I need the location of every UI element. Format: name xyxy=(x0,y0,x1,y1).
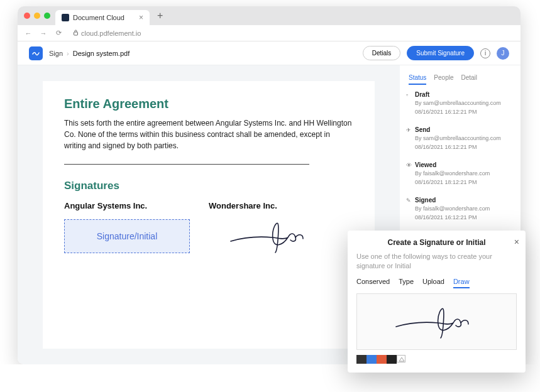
close-window-icon[interactable] xyxy=(24,13,30,19)
color-picker-button[interactable] xyxy=(397,355,405,362)
info-icon[interactable]: i xyxy=(480,48,490,58)
svg-rect-0 xyxy=(74,32,78,35)
sidebar-tabs: Status People Detail xyxy=(409,74,512,85)
tab-draw[interactable]: Draw xyxy=(453,278,470,288)
timeline-by: By faisalk@wondershare.com xyxy=(415,205,512,214)
signed-icon: ✎ xyxy=(406,197,411,204)
tab-upload[interactable]: Upload xyxy=(422,278,444,288)
app-header: Sign › Design system.pdf Detials Submit … xyxy=(18,41,521,65)
back-icon[interactable]: ← xyxy=(24,30,33,37)
signature-drawn xyxy=(209,219,334,253)
tab-status[interactable]: Status xyxy=(409,74,426,85)
timeline-item: 👁 Viewed By faisalk@wondershare.com 08/1… xyxy=(409,161,512,187)
color-swatches xyxy=(356,355,517,364)
tab-title: Document Cloud xyxy=(73,14,124,21)
tab-close-icon[interactable]: × xyxy=(139,13,143,22)
url-field[interactable]: cloud.pdfelement.io xyxy=(73,30,141,37)
minimize-window-icon[interactable] xyxy=(34,13,40,19)
divider xyxy=(64,164,309,165)
breadcrumb-item[interactable]: Sign xyxy=(49,50,63,57)
signature-field[interactable]: Signature/Initial xyxy=(64,219,190,253)
breadcrumb: Sign › Design system.pdf xyxy=(49,50,129,57)
browser-tab[interactable]: Document Cloud × xyxy=(55,10,150,25)
timeline-title: Send xyxy=(415,126,512,133)
timeline-by: By sam@umbrellaaccounting.com xyxy=(415,99,512,108)
traffic-lights[interactable] xyxy=(24,13,50,19)
tab-detail[interactable]: Detail xyxy=(461,74,478,85)
signature-canvas[interactable] xyxy=(356,293,517,350)
chevron-right-icon: › xyxy=(67,50,69,57)
timeline-time: 08/16/2021 16:12:21 PM xyxy=(415,143,512,152)
viewed-icon: 👁 xyxy=(406,162,412,168)
timeline-by: By sam@umbrellaaccounting.com xyxy=(415,134,512,143)
color-swatch[interactable] xyxy=(356,355,366,364)
timeline-time: 08/16/2021 16:12:21 PM xyxy=(415,108,512,117)
draft-icon: ▫ xyxy=(406,92,408,98)
tab-people[interactable]: People xyxy=(434,74,453,85)
section-heading: Entire Agreement xyxy=(64,97,353,111)
breadcrumb-item[interactable]: Design system.pdf xyxy=(73,50,129,57)
timeline-item: ✈ Send By sam@umbrellaaccounting.com 08/… xyxy=(409,126,512,151)
tab-conserved[interactable]: Conserved xyxy=(356,278,390,288)
timeline-title: Draft xyxy=(415,91,512,98)
color-swatch[interactable] xyxy=(377,355,387,364)
tab-type[interactable]: Type xyxy=(399,278,414,288)
color-swatch[interactable] xyxy=(366,355,377,364)
timeline-item: ▫ Draft By sam@umbrellaaccounting.com 08… xyxy=(409,91,512,116)
modal-title: Create a Signature or Initial xyxy=(387,238,485,247)
timeline-by: By faisalk@wondershare.com xyxy=(415,170,512,178)
timeline-title: Signed xyxy=(415,197,512,204)
close-icon[interactable]: × xyxy=(514,237,519,247)
modal-tabs: Conserved Type Upload Draw xyxy=(356,278,517,288)
details-button[interactable]: Detials xyxy=(363,46,401,60)
timeline-item: ✎ Signed By faisalk@wondershare.com 08/1… xyxy=(409,197,512,222)
maximize-window-icon[interactable] xyxy=(44,13,50,19)
lock-icon xyxy=(73,30,79,37)
signature-modal: Create a Signature or Initial × Use one … xyxy=(348,231,526,364)
timeline-time: 08/16/2021 18:12:21 PM xyxy=(415,178,512,187)
url-text: cloud.pdfelement.io xyxy=(81,30,141,37)
modal-subtitle: Use one of the following ways to create … xyxy=(356,252,517,271)
timeline-time: 08/16/2021 16:12:21 PM xyxy=(415,214,512,222)
section-heading: Signatures xyxy=(64,180,353,192)
reload-icon[interactable]: ⟳ xyxy=(54,29,63,37)
browser-chrome: Document Cloud × + xyxy=(18,6,521,25)
submit-signature-button[interactable]: Submit Signature xyxy=(407,46,474,60)
signature-placeholder: Signature/Initial xyxy=(97,231,158,241)
new-tab-button[interactable]: + xyxy=(157,10,163,21)
app-logo[interactable] xyxy=(29,46,43,60)
timeline-title: Viewed xyxy=(415,161,512,168)
document-page: Entire Agreement This sets forth the ent… xyxy=(43,81,375,349)
signer-label: Wondershare Inc. xyxy=(209,201,334,210)
color-swatch[interactable] xyxy=(387,355,397,364)
tab-favicon xyxy=(62,14,69,21)
avatar[interactable]: J xyxy=(497,47,509,60)
document-viewport: Entire Agreement This sets forth the ent… xyxy=(18,65,400,364)
body-text: This sets forth the entire agreement bet… xyxy=(64,117,353,151)
send-icon: ✈ xyxy=(406,127,411,133)
address-bar: ← → ⟳ cloud.pdfelement.io xyxy=(18,25,521,41)
svg-marker-1 xyxy=(399,357,404,361)
forward-icon[interactable]: → xyxy=(39,30,48,37)
signer-label: Angular Systems Inc. xyxy=(64,201,190,210)
